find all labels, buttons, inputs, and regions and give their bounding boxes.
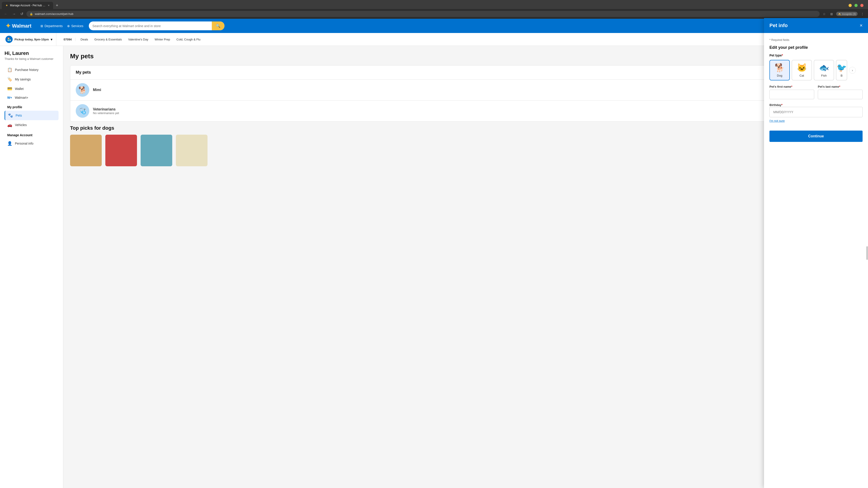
pickup-info[interactable]: 🏪 Pickup today, 9pm-10pm ▾ (5, 33, 56, 46)
vet-item[interactable]: 🩺 Veterinarians No veterinarians yet (70, 101, 861, 121)
nav-cold[interactable]: Cold, Cough & Flu (174, 35, 204, 44)
bookmark-button[interactable]: ☆ (822, 11, 827, 17)
scroll-indicator (866, 246, 868, 260)
pet-type-cat[interactable]: 🐱 Cat (792, 60, 812, 80)
user-greeting-text: Hi, Lauren (4, 51, 59, 56)
product-card-4[interactable] (176, 135, 208, 166)
page-content: Hi, Lauren Thanks for being a Walmart cu… (0, 46, 868, 488)
form-name-row: Pet's first name* Pet's last name* (770, 85, 863, 99)
profile-section-title: My profile (4, 105, 59, 109)
sidebar-item-personal-info[interactable]: 👤 Personal info (4, 139, 59, 148)
top-picks-title: Top picks for dogs (70, 125, 861, 131)
sidebar-item-savings[interactable]: 🏷️ My savings (4, 74, 59, 84)
address-bar[interactable]: 🔒 walmart.com/account/pet-hub (26, 11, 819, 17)
modal-body: * Required fields Edit your pet profile … (764, 33, 868, 488)
new-tab-button[interactable]: + (54, 2, 60, 9)
back-button[interactable]: ← (3, 11, 9, 17)
sidebar: Hi, Lauren Thanks for being a Walmart cu… (0, 46, 63, 488)
browser-toolbar: ← → ↺ 🔒 walmart.com/account/pet-hub ☆ ⊞ … (0, 9, 868, 19)
services-icon: ⊕ (67, 24, 70, 28)
walmart-logo-text: Walmart (12, 23, 31, 29)
forward-button[interactable]: → (11, 11, 17, 17)
walmart-plus-icon: W+ (7, 96, 12, 99)
wallet-label: Wallet (15, 87, 24, 91)
modal-header: Pet info × (764, 18, 868, 33)
incognito-icon: 🕵 (838, 12, 841, 15)
active-tab[interactable]: ✦ Manage Account - Pet hub - W... × (2, 2, 53, 9)
pickup-main: Pickup today, 9pm-10pm (14, 38, 49, 41)
services-button[interactable]: ⊕ Services (67, 24, 84, 28)
wallet-icon: 💳 (7, 86, 12, 91)
vet-avatar: 🩺 (76, 104, 89, 118)
departments-label: Departments (44, 24, 63, 28)
product-card-1[interactable] (70, 135, 102, 166)
modal-title: Pet info (770, 23, 788, 29)
header-nav: ⊞ Departments ⊕ Services (40, 24, 84, 28)
reload-button[interactable]: ↺ (19, 11, 25, 17)
pickup-icon: 🏪 (5, 36, 13, 43)
product-card-2[interactable] (105, 135, 137, 166)
browser-chrome: ✦ Manage Account - Pet hub - W... × + − … (0, 0, 868, 19)
incognito-badge: 🕵 Incognito (3) (836, 12, 858, 16)
pet-last-name-input[interactable] (818, 90, 863, 99)
nav-winter[interactable]: Winter Prep (151, 35, 174, 44)
fish-label: Fish (821, 74, 827, 77)
fish-icon: 🐟 (819, 63, 829, 72)
vehicles-icon: 🚗 (7, 123, 12, 127)
vet-name: Veterinarians (93, 107, 119, 111)
sidebar-item-vehicles[interactable]: 🚗 Vehicles (4, 120, 59, 130)
not-sure-link[interactable]: I'm not sure (770, 119, 863, 123)
pets-card-header: My pets (70, 66, 861, 79)
sidebar-item-wallet[interactable]: 💳 Wallet (4, 84, 59, 94)
minimize-button[interactable]: − (848, 4, 852, 7)
sidebar-item-pets[interactable]: 🐾 Pets (4, 111, 59, 120)
sidebar-item-purchase-history[interactable]: 📋 Purchase history (4, 65, 59, 74)
toolbar-icons: ☆ ⊞ 🕵 Incognito (3) ⋮ (822, 11, 865, 17)
continue-button[interactable]: Continue (770, 131, 863, 142)
maximize-button[interactable]: □ (855, 4, 858, 7)
tab-bar: ✦ Manage Account - Pet hub - W... × + − … (0, 0, 868, 9)
pet-type-dog[interactable]: 🐕 Dog (770, 60, 790, 80)
vet-info: Veterinarians No veterinarians yet (93, 107, 119, 115)
nav-deals[interactable]: Deals (77, 35, 91, 44)
pet-first-name-input[interactable] (770, 90, 814, 99)
tab-title: Manage Account - Pet hub - W... (10, 4, 46, 7)
birthday-input[interactable] (770, 107, 863, 117)
tab-favicon: ✦ (5, 4, 8, 7)
profile-button[interactable]: ⊞ (829, 11, 834, 17)
nav-grocery[interactable]: Grocery & Essentials (91, 35, 125, 44)
walmart-plus-label: Walmart+ (15, 96, 28, 99)
incognito-label: Incognito (3) (842, 13, 856, 15)
nav-valentines[interactable]: Valentine's Day (125, 35, 151, 44)
walmart-spark: ✦ (5, 22, 11, 30)
zip-code: 07094 (60, 38, 75, 41)
walmart-logo[interactable]: ✦ Walmart (5, 22, 31, 30)
manage-section-title: Manage Account (4, 133, 59, 137)
departments-button[interactable]: ⊞ Departments (40, 24, 63, 28)
modal-close-button[interactable]: × (860, 23, 863, 28)
more-button[interactable]: ⋮ (860, 11, 865, 17)
purchase-history-label: Purchase history (15, 68, 38, 72)
first-name-label: Pet's first name* (770, 85, 814, 88)
personal-info-icon: 👤 (7, 141, 12, 146)
user-subtitle: Thanks for being a Walmart customer (4, 57, 59, 61)
product-card-3[interactable] (141, 135, 172, 166)
window-controls: − □ × (848, 4, 866, 7)
close-tab-button[interactable]: × (48, 4, 50, 7)
birthday-label: Birthday* (770, 103, 782, 107)
sidebar-item-walmart-plus[interactable]: W+ Walmart+ (4, 94, 59, 102)
pet-type-scroll-arrow[interactable]: › (849, 67, 856, 74)
search-input[interactable] (89, 22, 212, 30)
cat-label: Cat (800, 74, 804, 77)
pet-type-bird[interactable]: 🐦 B (836, 60, 847, 80)
pet-type-fish[interactable]: 🐟 Fish (814, 60, 834, 80)
nav-links: Deals Grocery & Essentials Valentine's D… (77, 35, 204, 44)
close-window-button[interactable]: × (860, 4, 864, 7)
walmart-header: ✦ Walmart ⊞ Departments ⊕ Services 🔍 ☆ 👤… (0, 19, 868, 33)
vehicles-label: Vehicles (15, 123, 27, 127)
url-text: walmart.com/account/pet-hub (35, 12, 816, 15)
pet-item-mimi[interactable]: 🐕 Mimi (70, 79, 861, 101)
search-button[interactable]: 🔍 (212, 22, 224, 30)
pet-first-name-group: Pet's first name* (770, 85, 814, 99)
pickup-text: Pickup today, 9pm-10pm (14, 38, 49, 41)
